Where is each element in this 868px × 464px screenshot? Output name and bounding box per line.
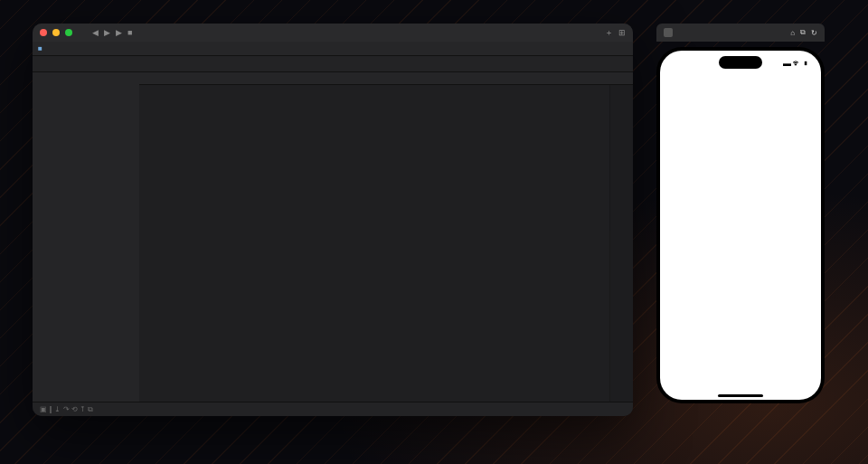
phone-bezel: ▬ ᯤ ▮: [656, 47, 825, 403]
status-indicators: ▬ ᯤ ▮: [783, 59, 808, 68]
editor-tab-bar: [33, 56, 633, 72]
project-navigator[interactable]: [33, 72, 139, 402]
simulator-titlebar: ⌂ ⧉ ↻: [656, 24, 825, 42]
close-icon[interactable]: [40, 29, 47, 36]
run-icon[interactable]: ▶: [116, 28, 122, 37]
dynamic-island: [719, 56, 762, 69]
code-editor[interactable]: [139, 85, 633, 402]
titlebar: ◀ ▶ ▶ ■ ＋ ⊞: [33, 24, 633, 42]
phone-screen[interactable]: ▬ ᯤ ▮: [660, 51, 821, 400]
line-gutter: [139, 85, 161, 402]
screenshot-icon[interactable]: ⧉: [800, 28, 806, 37]
zoom-icon[interactable]: [65, 29, 72, 36]
sim-app-icon: [664, 28, 673, 37]
page-title: [660, 76, 821, 87]
launch-list[interactable]: [660, 87, 821, 392]
minimize-icon[interactable]: [52, 29, 60, 36]
home-icon[interactable]: ⌂: [790, 29, 795, 37]
debug-bar-icons[interactable]: ▣ ‖ ⤓ ↷ ⟲ ⤒ ⧉: [40, 405, 93, 414]
home-indicator[interactable]: [718, 394, 763, 397]
library-icon[interactable]: ⊞: [618, 28, 626, 37]
nav-fwd-icon[interactable]: ▶: [104, 28, 110, 37]
stop-icon[interactable]: ■: [127, 28, 132, 37]
rotate-icon[interactable]: ↻: [811, 29, 817, 37]
nav-back-icon[interactable]: ◀: [92, 28, 99, 37]
xcode-window: ◀ ▶ ▶ ■ ＋ ⊞ ■ ▣ ‖ ⤓ ↷ ⟲ ⤒ ⧉: [33, 24, 633, 416]
add-icon[interactable]: ＋: [605, 27, 613, 39]
minimap[interactable]: [609, 85, 633, 402]
status-bar: ▣ ‖ ⤓ ↷ ⟲ ⤒ ⧉: [33, 402, 633, 416]
breadcrumb[interactable]: [139, 72, 633, 85]
simulator-window: ⌂ ⧉ ↻ ▬ ᯤ ▮: [656, 24, 825, 403]
code-text[interactable]: [161, 85, 609, 402]
editor-area: [139, 72, 633, 402]
project-header: ■: [33, 42, 633, 56]
